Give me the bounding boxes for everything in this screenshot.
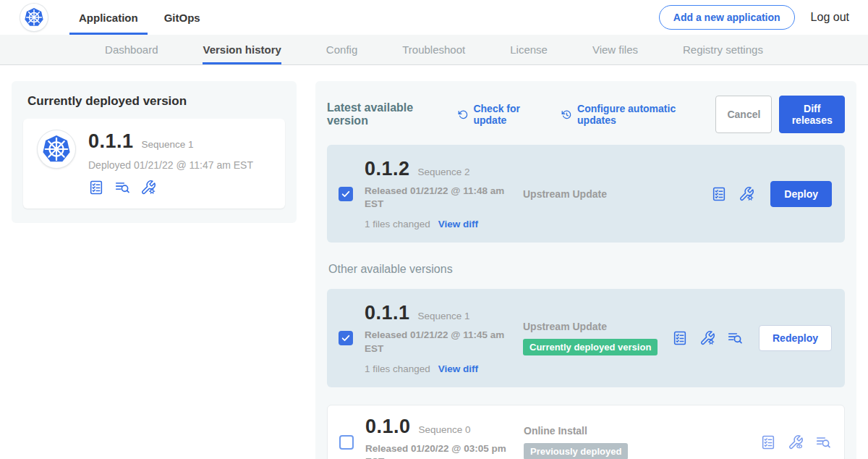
deployed-version-card: 0.1.1 Sequence 1 Deployed 01/21/22 @ 11:… xyxy=(23,119,285,209)
check-for-update-label: Check for update xyxy=(473,103,545,126)
diff-releases-button[interactable]: Diff releases xyxy=(779,96,845,133)
view-diff-link[interactable]: View diff xyxy=(438,219,478,230)
sequence-label: Sequence 1 xyxy=(418,311,470,321)
version-row-0-1-2: 0.1.2 Sequence 2 Released 01/21/22 @ 11:… xyxy=(327,145,845,243)
subnav-config[interactable]: Config xyxy=(326,35,357,64)
redeploy-button[interactable]: Redeploy xyxy=(759,325,832,351)
version-checkbox[interactable] xyxy=(339,435,354,450)
sequence-label: Sequence 2 xyxy=(418,167,470,177)
version-checkbox[interactable] xyxy=(339,331,353,345)
version-row-0-1-1: 0.1.1 Sequence 1 Released 01/21/22 @ 11:… xyxy=(327,289,845,387)
auto-update-icon xyxy=(561,109,572,121)
latest-available-title: Latest available version xyxy=(327,101,442,127)
preflight-checks-icon[interactable] xyxy=(672,330,688,346)
checkbox-check-icon xyxy=(341,189,351,199)
configure-auto-updates-link[interactable]: Configure automatic updates xyxy=(561,103,699,126)
deployed-sequence-label: Sequence 1 xyxy=(142,139,194,150)
released-timestamp: Released 01/21/22 @ 11:48 am EST xyxy=(365,185,513,211)
version-number: 0.1.2 xyxy=(365,158,410,180)
subnav-version-history[interactable]: Version history xyxy=(203,35,281,64)
deploy-logs-icon[interactable] xyxy=(727,330,743,346)
configure-auto-updates-label: Configure automatic updates xyxy=(577,103,699,126)
previously-deployed-badge: Previously deployed xyxy=(524,443,628,459)
subnav-view-files[interactable]: View files xyxy=(592,35,638,64)
version-checkbox[interactable] xyxy=(339,187,353,201)
kubernetes-wheel-icon xyxy=(41,133,72,165)
subnav-dashboard[interactable]: Dashboard xyxy=(105,35,158,64)
available-versions-panel: Latest available version Check for updat… xyxy=(315,81,856,459)
top-tabs: Application GitOps xyxy=(69,0,217,35)
logout-link[interactable]: Log out xyxy=(811,11,849,24)
deploy-logs-icon[interactable] xyxy=(815,434,831,450)
deployed-version-number: 0.1.1 xyxy=(88,130,134,153)
preflight-checks-icon[interactable] xyxy=(711,186,727,202)
main-content: Currently deployed version 0.1.1 Sequenc… xyxy=(0,65,868,459)
add-application-button[interactable]: Add a new application xyxy=(659,5,795,30)
cancel-button[interactable]: Cancel xyxy=(715,96,772,133)
edit-config-icon[interactable] xyxy=(739,186,754,202)
currently-deployed-title: Currently deployed version xyxy=(27,94,285,109)
tab-gitops[interactable]: GitOps xyxy=(155,0,210,35)
version-number: 0.1.0 xyxy=(365,416,411,438)
checkbox-check-icon xyxy=(341,333,351,343)
check-update-icon xyxy=(458,109,469,121)
files-changed-label: 1 files changed xyxy=(365,363,430,374)
deploy-logs-icon[interactable] xyxy=(114,180,130,195)
version-source-label: Upstream Update xyxy=(523,321,672,332)
version-row-0-1-0: 0.1.0 Sequence 0 Released 01/20/22 @ 03:… xyxy=(327,405,845,459)
released-timestamp: Released 01/20/22 @ 03:05 pm EST xyxy=(365,442,514,459)
sequence-label: Sequence 0 xyxy=(419,424,471,435)
app-sub-nav: Dashboard Version history Config Trouble… xyxy=(0,35,868,65)
version-source-label: Upstream Update xyxy=(523,188,711,200)
view-config-icon[interactable] xyxy=(788,434,804,450)
files-changed-label: 1 files changed xyxy=(365,219,430,230)
version-source-label: Online Install xyxy=(524,425,760,437)
subnav-registry-settings[interactable]: Registry settings xyxy=(683,35,763,64)
top-nav: Application GitOps Add a new application… xyxy=(0,0,868,35)
tab-application[interactable]: Application xyxy=(69,0,148,35)
deployed-timestamp: Deployed 01/21/22 @ 11:47 am EST xyxy=(88,159,253,171)
released-timestamp: Released 01/21/22 @ 11:45 am EST xyxy=(365,329,513,355)
preflight-checks-icon[interactable] xyxy=(88,180,104,195)
view-diff-link[interactable]: View diff xyxy=(438,363,478,374)
kubernetes-wheel-icon xyxy=(23,7,45,28)
preflight-checks-icon[interactable] xyxy=(760,434,776,450)
other-versions-title: Other available versions xyxy=(328,263,845,276)
currently-deployed-badge: Currently deployed version xyxy=(523,339,658,355)
subnav-troubleshoot[interactable]: Troubleshoot xyxy=(402,35,465,64)
edit-config-icon[interactable] xyxy=(699,330,715,346)
edit-config-icon[interactable] xyxy=(140,180,156,195)
deploy-button[interactable]: Deploy xyxy=(770,181,832,207)
check-for-update-link[interactable]: Check for update xyxy=(458,103,546,126)
app-logo xyxy=(38,130,75,168)
currently-deployed-panel: Currently deployed version 0.1.1 Sequenc… xyxy=(12,81,297,223)
version-number: 0.1.1 xyxy=(365,302,410,324)
kubernetes-logo xyxy=(20,4,48,31)
panel-header: Latest available version Check for updat… xyxy=(327,93,845,145)
subnav-license[interactable]: License xyxy=(510,35,548,64)
